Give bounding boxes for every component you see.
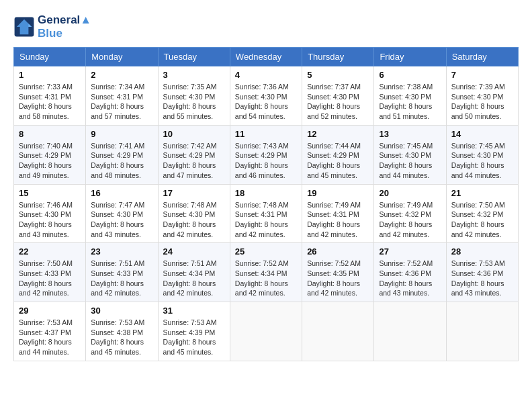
calendar-cell: [302, 302, 374, 361]
day-info: Sunrise: 7:33 AMSunset: 4:31 PMDaylight:…: [19, 82, 81, 122]
day-number: 18: [235, 188, 297, 198]
calendar-cell: 15Sunrise: 7:46 AMSunset: 4:30 PMDayligh…: [14, 184, 86, 243]
day-info: Sunrise: 7:41 AMSunset: 4:29 PMDaylight:…: [91, 141, 152, 181]
day-info: Sunrise: 7:51 AMSunset: 4:34 PMDaylight:…: [163, 259, 225, 298]
day-number: 4: [235, 70, 297, 80]
header-friday: Friday: [374, 48, 446, 66]
calendar-cell: 26Sunrise: 7:52 AMSunset: 4:35 PMDayligh…: [302, 243, 374, 302]
calendar-cell: 13Sunrise: 7:45 AMSunset: 4:30 PMDayligh…: [374, 125, 446, 184]
calendar-cell: 31Sunrise: 7:53 AMSunset: 4:39 PMDayligh…: [158, 302, 230, 361]
day-number: 10: [163, 129, 225, 139]
day-number: 6: [379, 70, 441, 80]
day-info: Sunrise: 7:42 AMSunset: 4:29 PMDaylight:…: [163, 141, 225, 181]
calendar-cell: 1Sunrise: 7:33 AMSunset: 4:31 PMDaylight…: [14, 66, 86, 126]
calendar-cell: 20Sunrise: 7:49 AMSunset: 4:32 PMDayligh…: [374, 184, 446, 243]
calendar-cell: 14Sunrise: 7:45 AMSunset: 4:30 PMDayligh…: [446, 125, 518, 184]
day-number: 31: [163, 306, 225, 316]
calendar-week-2: 8Sunrise: 7:40 AMSunset: 4:29 PMDaylight…: [14, 125, 519, 184]
day-number: 3: [163, 70, 225, 80]
day-number: 8: [19, 129, 81, 139]
calendar-cell: 5Sunrise: 7:37 AMSunset: 4:30 PMDaylight…: [302, 66, 374, 126]
calendar-cell: 21Sunrise: 7:50 AMSunset: 4:32 PMDayligh…: [446, 184, 518, 243]
day-info: Sunrise: 7:45 AMSunset: 4:30 PMDaylight:…: [379, 141, 441, 181]
header-saturday: Saturday: [446, 48, 518, 66]
day-number: 12: [307, 129, 369, 139]
day-number: 14: [451, 129, 513, 139]
calendar-cell: 24Sunrise: 7:51 AMSunset: 4:34 PMDayligh…: [158, 243, 230, 302]
logo-icon: [13, 16, 35, 38]
day-info: Sunrise: 7:51 AMSunset: 4:33 PMDaylight:…: [91, 259, 152, 298]
day-info: Sunrise: 7:52 AMSunset: 4:36 PMDaylight:…: [379, 259, 441, 298]
day-number: 25: [235, 246, 297, 257]
day-info: Sunrise: 7:43 AMSunset: 4:29 PMDaylight:…: [235, 141, 297, 181]
day-number: 28: [451, 246, 513, 257]
day-number: 24: [163, 246, 225, 257]
calendar-week-1: 1Sunrise: 7:33 AMSunset: 4:31 PMDaylight…: [14, 66, 519, 126]
day-info: Sunrise: 7:53 AMSunset: 4:39 PMDaylight:…: [163, 318, 225, 357]
day-info: Sunrise: 7:37 AMSunset: 4:30 PMDaylight:…: [307, 82, 369, 122]
calendar-cell: 12Sunrise: 7:44 AMSunset: 4:29 PMDayligh…: [302, 125, 374, 184]
day-info: Sunrise: 7:40 AMSunset: 4:29 PMDaylight:…: [19, 141, 81, 181]
logo-text: General▲ Blue: [38, 13, 91, 40]
calendar-cell: 29Sunrise: 7:53 AMSunset: 4:37 PMDayligh…: [14, 302, 86, 361]
calendar-cell: 11Sunrise: 7:43 AMSunset: 4:29 PMDayligh…: [230, 125, 302, 184]
day-info: Sunrise: 7:50 AMSunset: 4:33 PMDaylight:…: [19, 259, 81, 298]
day-number: 16: [91, 188, 152, 198]
day-info: Sunrise: 7:49 AMSunset: 4:32 PMDaylight:…: [379, 200, 441, 240]
header-wednesday: Wednesday: [230, 48, 302, 66]
calendar-cell: 18Sunrise: 7:48 AMSunset: 4:31 PMDayligh…: [230, 184, 302, 243]
day-number: 15: [19, 188, 81, 198]
day-number: 11: [235, 129, 297, 139]
calendar-cell: 17Sunrise: 7:48 AMSunset: 4:30 PMDayligh…: [158, 184, 230, 243]
day-info: Sunrise: 7:38 AMSunset: 4:30 PMDaylight:…: [379, 82, 441, 122]
calendar-week-3: 15Sunrise: 7:46 AMSunset: 4:30 PMDayligh…: [14, 184, 519, 243]
day-number: 26: [307, 246, 369, 257]
calendar-header-row: SundayMondayTuesdayWednesdayThursdayFrid…: [14, 48, 519, 66]
day-info: Sunrise: 7:53 AMSunset: 4:38 PMDaylight:…: [91, 318, 152, 357]
calendar-cell: 23Sunrise: 7:51 AMSunset: 4:33 PMDayligh…: [86, 243, 158, 302]
calendar-cell: 25Sunrise: 7:52 AMSunset: 4:34 PMDayligh…: [230, 243, 302, 302]
header-thursday: Thursday: [302, 48, 374, 66]
logo: General▲ Blue: [13, 13, 91, 40]
day-info: Sunrise: 7:36 AMSunset: 4:30 PMDaylight:…: [235, 82, 297, 122]
calendar-cell: 30Sunrise: 7:53 AMSunset: 4:38 PMDayligh…: [86, 302, 158, 361]
day-number: 19: [307, 188, 369, 198]
day-number: 2: [91, 70, 152, 80]
calendar-cell: 2Sunrise: 7:34 AMSunset: 4:31 PMDaylight…: [86, 66, 158, 126]
day-info: Sunrise: 7:44 AMSunset: 4:29 PMDaylight:…: [307, 141, 369, 181]
day-info: Sunrise: 7:46 AMSunset: 4:30 PMDaylight:…: [19, 200, 81, 240]
calendar-cell: 10Sunrise: 7:42 AMSunset: 4:29 PMDayligh…: [158, 125, 230, 184]
calendar-cell: 19Sunrise: 7:49 AMSunset: 4:31 PMDayligh…: [302, 184, 374, 243]
day-info: Sunrise: 7:48 AMSunset: 4:31 PMDaylight:…: [235, 200, 297, 240]
day-number: 21: [451, 188, 513, 198]
header-monday: Monday: [86, 48, 158, 66]
day-number: 7: [451, 70, 513, 80]
day-info: Sunrise: 7:47 AMSunset: 4:30 PMDaylight:…: [91, 200, 152, 240]
header-tuesday: Tuesday: [158, 48, 230, 66]
day-info: Sunrise: 7:52 AMSunset: 4:34 PMDaylight:…: [235, 259, 297, 298]
calendar-cell: 6Sunrise: 7:38 AMSunset: 4:30 PMDaylight…: [374, 66, 446, 126]
day-info: Sunrise: 7:49 AMSunset: 4:31 PMDaylight:…: [307, 200, 369, 240]
day-number: 30: [91, 306, 152, 316]
calendar-cell: [230, 302, 302, 361]
day-info: Sunrise: 7:52 AMSunset: 4:35 PMDaylight:…: [307, 259, 369, 298]
day-number: 22: [19, 246, 81, 257]
calendar-cell: 9Sunrise: 7:41 AMSunset: 4:29 PMDaylight…: [86, 125, 158, 184]
day-number: 20: [379, 188, 441, 198]
calendar-week-5: 29Sunrise: 7:53 AMSunset: 4:37 PMDayligh…: [14, 302, 519, 361]
calendar-cell: 8Sunrise: 7:40 AMSunset: 4:29 PMDaylight…: [14, 125, 86, 184]
day-number: 17: [163, 188, 225, 198]
day-number: 5: [307, 70, 369, 80]
day-number: 23: [91, 246, 152, 257]
calendar-cell: 16Sunrise: 7:47 AMSunset: 4:30 PMDayligh…: [86, 184, 158, 243]
calendar-cell: 22Sunrise: 7:50 AMSunset: 4:33 PMDayligh…: [14, 243, 86, 302]
page-header: General▲ Blue: [13, 13, 519, 40]
day-info: Sunrise: 7:45 AMSunset: 4:30 PMDaylight:…: [451, 141, 513, 181]
day-number: 27: [379, 246, 441, 257]
calendar-cell: [446, 302, 518, 361]
day-info: Sunrise: 7:50 AMSunset: 4:32 PMDaylight:…: [451, 200, 513, 240]
day-number: 9: [91, 129, 152, 139]
day-info: Sunrise: 7:48 AMSunset: 4:30 PMDaylight:…: [163, 200, 225, 240]
calendar-cell: 4Sunrise: 7:36 AMSunset: 4:30 PMDaylight…: [230, 66, 302, 126]
calendar-cell: 7Sunrise: 7:39 AMSunset: 4:30 PMDaylight…: [446, 66, 518, 126]
